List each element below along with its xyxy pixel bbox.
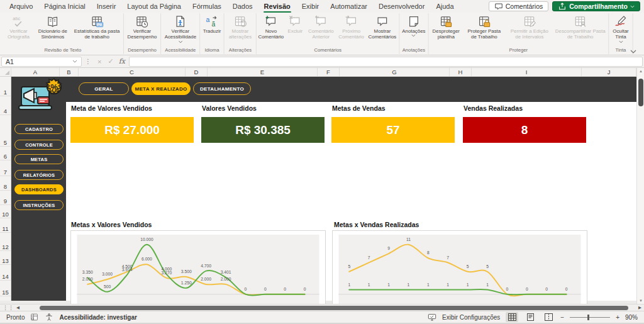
tab-splitter-grip[interactable]: ⋮⋮	[3, 305, 14, 311]
name-box[interactable]: A1	[1, 57, 82, 67]
ribbon-tab-dados[interactable]: Dados	[227, 0, 258, 13]
accessibility-icon[interactable]	[45, 313, 53, 321]
ribbon-tab-formulas[interactable]: Fórmulas	[187, 0, 227, 13]
ribbon-tab-inserir[interactable]: Inserir	[91, 0, 122, 13]
column-header-e[interactable]: E	[208, 68, 318, 76]
ribbon-button-proteger-pasta-de-trabalho[interactable]: Proteger Pasta de Trabalho	[463, 14, 505, 40]
chevron-down-icon	[630, 50, 636, 53]
page-layout-icon	[526, 313, 535, 321]
row-header-15[interactable]: 15	[0, 289, 11, 296]
horizontal-scrollbar[interactable]: ⋮⋮ ◀ ▶	[0, 304, 644, 311]
grid-view-icon	[508, 313, 516, 321]
row-header-9[interactable]: 9	[0, 198, 11, 205]
ribbon-tab-ajuda[interactable]: Ajuda	[430, 0, 459, 13]
zoom-level[interactable]: 90%	[625, 314, 638, 321]
row-header-1[interactable]: 1	[0, 89, 11, 96]
macro-record-icon[interactable]	[30, 313, 39, 321]
confirm-entry-button[interactable]: ✓	[104, 57, 116, 65]
row-header-13[interactable]: 13	[0, 257, 11, 265]
nav-tab-geral[interactable]: GERAL	[79, 82, 129, 95]
ribbon-button-dicionario-de-sinonimos[interactable]: Dicionário de Sinônimos	[34, 14, 72, 40]
ribbon-group-desempenho: Verificar Desempenho Desempenho	[124, 13, 162, 54]
collapse-ribbon-button[interactable]	[630, 45, 639, 52]
sidebar-item-instrucoes[interactable]: INSTRUÇÕES	[14, 200, 64, 210]
row-header-8[interactable]: 8	[0, 183, 11, 191]
row-header-5[interactable]: 5	[0, 139, 11, 147]
share-button[interactable]: Compartilhamento	[552, 1, 640, 11]
row-header-4[interactable]: 4	[0, 108, 11, 115]
ribbon-tab-exibir[interactable]: Exibir	[296, 0, 325, 13]
scroll-right-arrow[interactable]: ▶	[638, 305, 641, 310]
column-header-b[interactable]: B	[60, 68, 79, 76]
ribbon-button-verificar-desempenho[interactable]: Verificar Desempenho	[125, 14, 160, 40]
vertical-scroll-thumb[interactable]	[638, 79, 643, 106]
ribbon-button-traduzir[interactable]: aã Traduzir	[201, 14, 222, 34]
formula-bar-splitter[interactable]: ⋮	[82, 58, 94, 65]
ribbon-button-novo-comentario[interactable]: Novo Comentário	[258, 14, 284, 40]
sidebar-item-metas[interactable]: METAS	[14, 154, 64, 164]
row-header-14[interactable]: 14	[0, 273, 11, 281]
scroll-down-arrow[interactable]: ▼	[637, 299, 644, 303]
formula-input[interactable]	[129, 57, 643, 67]
ribbon-button-mostrar-comentarios[interactable]: Mostrar Comentários	[367, 14, 398, 40]
vertical-scrollbar[interactable]: ▲ ▼	[636, 68, 644, 304]
ribbon-tab-layout-da-pagina[interactable]: Layout da Página	[121, 0, 187, 13]
row-header-7[interactable]: 7	[0, 169, 11, 176]
insert-function-button[interactable]: fx	[117, 57, 129, 65]
select-all-corner[interactable]	[0, 68, 11, 76]
ribbon-button-label: Ocultar Tinta	[611, 28, 630, 40]
row-header-10[interactable]: 10	[0, 211, 11, 218]
cancel-entry-button[interactable]: ×	[94, 58, 104, 65]
ribbon-group-acessibilidade: Verificar Acessibilidade Acessibilidade	[161, 13, 200, 54]
column-header-d[interactable]: D	[186, 68, 208, 76]
view-normal-button[interactable]	[506, 312, 518, 322]
ribbon-tab-arquivo[interactable]: Arquivo	[4, 0, 38, 13]
delete-comment-icon	[289, 15, 301, 28]
ribbon-button-anotacoes[interactable]: Anotações	[401, 14, 426, 37]
accessibility-status[interactable]: Acessibilidade: investigar	[59, 314, 136, 321]
ribbon-button-ocultar-tinta[interactable]: Ocultar Tinta	[610, 14, 631, 43]
row-header-6[interactable]: 6	[0, 153, 11, 160]
nav-tab-meta-x-realizado[interactable]: META X REALIZADO	[131, 82, 191, 95]
sidebar-item-controle[interactable]: CONTROLE	[14, 140, 64, 150]
ribbon-tab-automatizar[interactable]: Automatizar	[325, 0, 373, 13]
horizontal-scroll-track[interactable]	[22, 306, 636, 310]
sidebar-item-dashboards[interactable]: DASHBOARDS	[14, 184, 64, 194]
column-header-h[interactable]: H	[450, 68, 472, 76]
ribbon-button-estatisticas-da-pasta-de-trabalho[interactable]: 123 Estatísticas da pasta de trabalho	[72, 14, 122, 40]
column-header-i[interactable]: I	[472, 68, 582, 76]
nav-tab-detalhamento[interactable]: DETALHAMENTO	[193, 82, 251, 95]
zoom-out-button[interactable]: −	[560, 314, 564, 321]
zoom-slider[interactable]	[570, 315, 610, 320]
column-header-j[interactable]: J	[582, 68, 636, 76]
zoom-slider-thumb[interactable]	[587, 315, 589, 320]
ribbon-tab-pagina-inicial[interactable]: Página Inicial	[38, 0, 91, 13]
display-settings-label[interactable]: Exibir Configurações	[442, 314, 500, 321]
view-page-break-button[interactable]	[542, 312, 555, 322]
ribbon-tab-revisao[interactable]: Revisão	[258, 0, 296, 13]
sidebar-item-relatorios[interactable]: RELATÓRIOS	[14, 170, 64, 180]
column-header-g[interactable]: G	[340, 68, 450, 76]
view-page-layout-button[interactable]	[524, 312, 536, 322]
scroll-left-arrow[interactable]: ◀	[16, 305, 19, 310]
ribbon-button-excluir: Excluir	[285, 14, 306, 34]
column-header-c[interactable]: C	[79, 68, 186, 76]
sidebar-item-cadastro[interactable]: CADASTRO	[14, 124, 64, 134]
formula-bar: A1 ⋮ × ✓ fx	[0, 55, 644, 68]
column-header-a[interactable]: A	[11, 68, 60, 76]
check-performance-icon	[136, 15, 148, 28]
zoom-in-button[interactable]: +	[616, 314, 619, 321]
comments-button[interactable]: Comentários	[489, 1, 549, 11]
column-header-f[interactable]: F	[318, 68, 340, 76]
ribbon-button-verificar-acessibilidade[interactable]: Verificar Acessibilidade	[162, 14, 198, 43]
row-header-12[interactable]: 12	[0, 243, 11, 251]
scroll-up-arrow[interactable]: ▲	[637, 69, 644, 73]
ribbon-button-label: Mostrar Comentários	[368, 28, 396, 40]
chevron-down-icon	[630, 5, 635, 8]
ribbon-tab-desenvolvedor[interactable]: Desenvolvedor	[373, 0, 430, 13]
ribbon-button-desproteger-planilha[interactable]: Desproteger planilha	[430, 14, 462, 40]
row-header-11[interactable]: 11	[0, 225, 11, 233]
ribbon-button-label: Mostrar alterações	[227, 28, 254, 40]
data-label: 7	[368, 255, 370, 260]
horizontal-scroll-thumb[interactable]	[40, 306, 628, 310]
